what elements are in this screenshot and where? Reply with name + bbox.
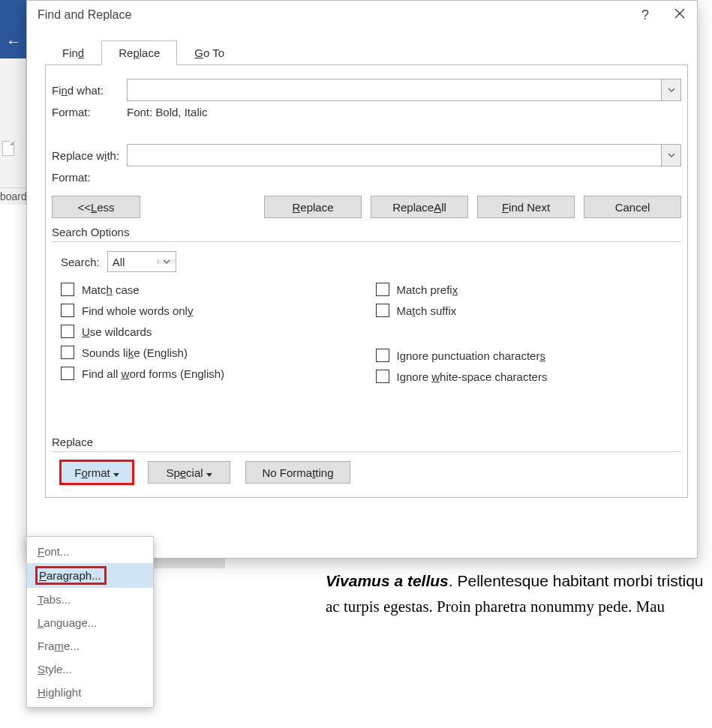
menu-item-frame[interactable]: Frame...: [27, 634, 153, 658]
check-whole-words[interactable]: Find whole words only: [61, 304, 367, 317]
no-formatting-button[interactable]: No Formatting: [245, 461, 350, 484]
replace-format-label: Format:: [52, 171, 127, 184]
check-ignore-punct[interactable]: Ignore punctuation characters: [376, 349, 682, 362]
tab-replace[interactable]: Replace: [101, 40, 177, 65]
menu-item-language[interactable]: Language...: [27, 611, 153, 634]
word-ribbon-strip: ←: [0, 0, 26, 58]
search-direction-label: Search:: [61, 256, 100, 268]
tab-goto[interactable]: Go To: [177, 40, 242, 65]
chevron-down-icon[interactable]: [158, 259, 176, 264]
find-what-dropdown[interactable]: [661, 79, 680, 100]
format-menu-button[interactable]: Format: [61, 461, 133, 484]
find-what-label: Find what:: [52, 84, 127, 97]
check-word-forms[interactable]: Find all word forms (English): [61, 367, 367, 380]
menu-item-paragraph[interactable]: Paragraph...: [27, 563, 153, 588]
cancel-button[interactable]: Cancel: [584, 196, 681, 218]
doc-bold-span: Vivamus a tellus: [326, 572, 449, 589]
doc-text-line2: ac turpis egestas. Proin pharetra nonumm…: [326, 595, 712, 618]
check-sounds-like[interactable]: Sounds like (English): [61, 346, 367, 359]
caret-down-icon: [206, 466, 212, 479]
doc-text: . Pellentesque habitant morbi tristiqu: [449, 572, 704, 589]
menu-item-tabs[interactable]: Tabs...: [27, 588, 153, 611]
replace-section-label: Replace: [52, 436, 681, 448]
check-match-suffix[interactable]: Match suffix: [376, 304, 682, 317]
svg-marker-3: [206, 473, 212, 477]
divider-2: [52, 451, 681, 452]
menu-item-highlight[interactable]: Highlight: [27, 681, 153, 704]
search-direction-value: All: [108, 256, 158, 268]
document-icon: [2, 141, 14, 156]
check-match-prefix[interactable]: Match prefix: [376, 283, 682, 296]
dialog-title: Find and Replace: [38, 8, 628, 22]
replace-button[interactable]: Replace: [264, 196, 362, 218]
replace-with-combo[interactable]: [127, 144, 681, 166]
clipboard-label-fragment: board: [0, 187, 26, 205]
help-button[interactable]: ?: [628, 7, 662, 23]
format-dropdown-menu: Font... Paragraph... Tabs... Language...…: [26, 536, 154, 708]
close-button[interactable]: [662, 8, 697, 22]
replace-with-dropdown[interactable]: [661, 145, 680, 166]
search-options-label: Search Options: [52, 226, 681, 238]
back-arrow-icon: ←: [6, 33, 21, 50]
find-replace-dialog: Find and Replace ? Find Replace Go To Fi…: [26, 0, 698, 559]
tabstrip: Find Replace Go To: [45, 40, 697, 64]
bg-panel: e: [0, 58, 26, 201]
check-ignore-white[interactable]: Ignore white-space characters: [376, 370, 682, 383]
find-format-label: Format:: [52, 106, 127, 118]
replace-with-label: Replace with:: [52, 149, 127, 162]
tab-panel: Find what: Format: Font: Bold, Italic Re…: [45, 64, 688, 498]
menu-item-style[interactable]: Style...: [27, 658, 153, 681]
find-next-button[interactable]: Find Next: [477, 196, 575, 218]
check-match-case[interactable]: Match case: [61, 283, 367, 296]
check-wildcards[interactable]: Use wildcards: [61, 325, 367, 338]
find-what-combo[interactable]: [127, 79, 681, 101]
replace-all-button[interactable]: Replace All: [371, 196, 468, 218]
find-format-value: Font: Bold, Italic: [127, 106, 208, 118]
caret-down-icon: [113, 466, 119, 479]
search-direction-select[interactable]: All: [107, 251, 176, 272]
divider: [52, 241, 681, 242]
tab-find[interactable]: Find: [45, 40, 101, 65]
document-body: Vivamus a tellus. Pellentesque habitant …: [225, 562, 712, 622]
replace-with-input[interactable]: [128, 145, 661, 166]
menu-item-font[interactable]: Font...: [27, 540, 153, 563]
dialog-titlebar[interactable]: Find and Replace ?: [27, 1, 697, 29]
special-menu-button[interactable]: Special: [148, 461, 230, 484]
find-what-input[interactable]: [128, 79, 661, 100]
svg-marker-2: [113, 473, 119, 477]
less-button[interactable]: << Less: [52, 196, 140, 218]
